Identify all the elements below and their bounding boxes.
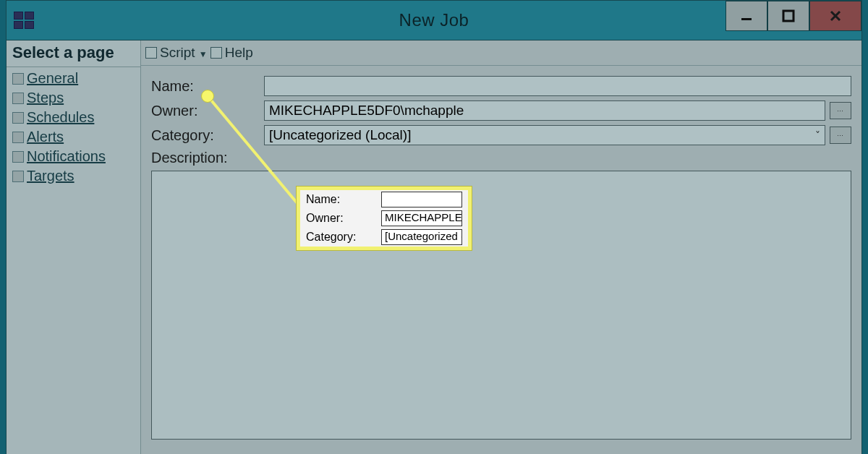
zoom-name-label: Name: [306,193,377,206]
name-input[interactable] [264,76,851,96]
sidebar-header: Select a page [7,40,140,67]
zoom-category-label: Category: [306,231,377,244]
page-icon [12,151,24,163]
title-bar: New Job [7,1,861,40]
chevron-down-icon: ˅ [815,129,820,141]
maximize-button[interactable] [767,1,809,31]
category-value: [Uncategorized (Local)] [269,127,411,143]
description-label: Description: [151,150,260,166]
page-icon [12,171,24,182]
zoom-owner-label: Owner: [306,212,377,225]
chevron-down-icon: ▼ [199,49,208,59]
zoom-name-field [381,192,462,207]
sidebar-item-label: Targets [27,168,75,184]
category-select[interactable]: [Uncategorized (Local)] ˅ [264,125,825,145]
name-label: Name: [151,78,260,95]
page-icon [12,73,24,85]
page-selector-sidebar: Select a page General Steps Schedules Al… [7,40,141,454]
close-button[interactable] [809,1,861,31]
category-browse-button[interactable]: ··· [830,127,851,144]
job-general-form: Name: Owner: MIKECHAPPLE5DF0\mchapple ··… [141,66,861,166]
sidebar-item-label: Steps [27,90,64,106]
sidebar-item-label: General [27,70,78,87]
sidebar-item-label: Notifications [27,148,106,165]
page-icon [12,93,24,104]
owner-browse-button[interactable]: ··· [830,102,851,119]
sidebar-item-schedules[interactable]: Schedules [11,108,140,127]
zoom-category-field: [Uncategorized (Local)] [381,229,462,245]
sidebar-item-notifications[interactable]: Notifications [11,147,140,166]
help-button[interactable]: Help [225,45,253,61]
sidebar-item-label: Schedules [27,109,94,126]
page-icon [12,112,24,124]
owner-label: Owner: [151,103,260,119]
minimize-button[interactable] [726,1,767,31]
zoom-owner-field: MIKECHAPPLE5DF0\mchapple [381,210,462,226]
owner-input[interactable]: MIKECHAPPLE5DF0\mchapple [264,100,825,121]
window-controls [726,1,861,30]
annotation-zoom: Name: Owner:MIKECHAPPLE5DF0\mchapple Cat… [297,187,472,250]
sidebar-item-targets[interactable]: Targets [11,166,140,186]
category-label: Category: [151,127,260,144]
main-panel: Script ▼ Help Name: Owner: MIKECHAPPLE5D… [141,40,861,454]
svg-rect-0 [741,18,752,20]
help-icon [210,47,222,59]
script-icon [145,47,157,59]
sidebar-item-general[interactable]: General [11,69,140,88]
script-dropdown[interactable]: Script ▼ [160,45,208,61]
toolbar: Script ▼ Help [141,40,861,66]
page-icon [12,132,24,143]
sidebar-item-alerts[interactable]: Alerts [11,127,140,147]
system-menu-icon[interactable] [14,12,34,28]
description-textarea[interactable] [151,171,851,440]
svg-rect-1 [783,11,793,21]
sidebar-item-steps[interactable]: Steps [11,88,140,108]
sidebar-item-label: Alerts [27,129,64,145]
